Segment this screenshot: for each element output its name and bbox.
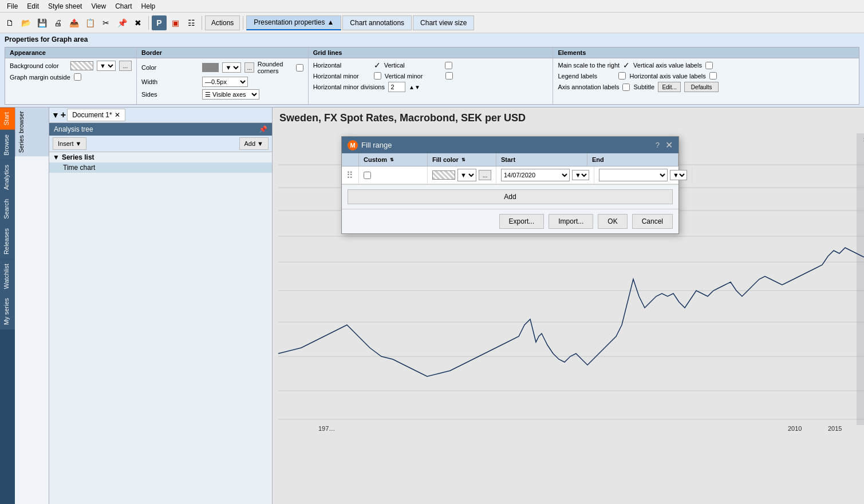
start-type-select[interactable]: ▼ bbox=[572, 170, 589, 180]
export-btn[interactable]: Export... bbox=[499, 214, 545, 229]
vertical-checkbox[interactable] bbox=[445, 62, 452, 69]
border-color-swatch[interactable] bbox=[202, 63, 219, 72]
import-btn[interactable]: Import... bbox=[549, 214, 593, 229]
legend-labels-checkbox[interactable] bbox=[618, 72, 626, 80]
tab-annotations[interactable]: Chart annotations bbox=[342, 15, 412, 30]
new-tab-btn[interactable]: + bbox=[61, 110, 66, 120]
border-width-select[interactable]: —0.5px bbox=[202, 77, 248, 87]
paste-button[interactable]: 📌 bbox=[115, 15, 129, 30]
col-start: Start bbox=[496, 153, 587, 166]
drag-handle-icon[interactable]: ⠿ bbox=[346, 170, 353, 181]
series-browser-tab[interactable]: Series browser bbox=[15, 108, 49, 156]
end-date-select[interactable] bbox=[599, 169, 668, 181]
rounded-corners-checkbox[interactable] bbox=[296, 64, 303, 72]
tab-viewsize[interactable]: Chart view size bbox=[413, 15, 474, 30]
analysis-panel: ▼ + Document 1* ✕ Analysis tree 📌 Insert… bbox=[49, 108, 273, 504]
border-sides-select[interactable]: ☰ Visible axes bbox=[202, 89, 259, 100]
horizontal-row: Horizontal ✓ Vertical bbox=[313, 61, 549, 70]
modal-table-header: Custom ⇅ Fill color ⇅ Start End bbox=[342, 153, 678, 166]
cut-button[interactable]: ✂ bbox=[98, 15, 113, 30]
modal-add-footer: Add bbox=[342, 184, 678, 209]
vert-axis-labels-checkbox[interactable] bbox=[705, 62, 713, 69]
save-button[interactable]: 💾 bbox=[34, 15, 49, 30]
analysis-pin-icon[interactable]: 📌 bbox=[259, 125, 267, 133]
vertical-minor-checkbox[interactable] bbox=[445, 72, 453, 80]
cancel-btn[interactable]: Cancel bbox=[632, 214, 673, 229]
menu-view[interactable]: View bbox=[86, 1, 111, 11]
horizontal-minor-checkbox[interactable] bbox=[374, 72, 381, 80]
border-sides-row: Sides ☰ Visible axes bbox=[141, 89, 303, 100]
border-color-row: Color ▼ ... Rounded corners bbox=[141, 61, 303, 74]
defaults-btn[interactable]: Defaults bbox=[684, 82, 719, 92]
fill-color-label: Fill color bbox=[432, 156, 459, 163]
sidebar-item-myseries[interactable]: My series bbox=[0, 293, 15, 330]
menu-stylesheet[interactable]: Style sheet bbox=[44, 1, 86, 11]
tab-menu-btn[interactable]: ▼ bbox=[52, 110, 60, 120]
bg-color-swatch[interactable] bbox=[70, 61, 93, 70]
horizontal-minor-div-input[interactable] bbox=[388, 82, 405, 92]
chart-type-btn[interactable]: ▣ bbox=[168, 15, 183, 30]
document-tab[interactable]: Document 1* ✕ bbox=[67, 109, 125, 121]
add-row-btn[interactable]: Add bbox=[348, 189, 673, 204]
ok-btn[interactable]: OK bbox=[598, 214, 627, 229]
sidebar-item-start[interactable]: Start bbox=[0, 108, 15, 130]
horizontal-minor-div-label: Horizontal minor divisions bbox=[313, 84, 385, 90]
border-color-dots-btn[interactable]: ... bbox=[244, 62, 254, 73]
start-date-select[interactable]: 14/07/2020 bbox=[501, 169, 570, 181]
border-sides-label: Sides bbox=[141, 91, 199, 98]
fill-color-select[interactable]: ▼ bbox=[457, 169, 476, 181]
table-btn[interactable]: ☷ bbox=[184, 15, 199, 30]
border-color-select[interactable]: ▼ bbox=[222, 62, 241, 73]
time-chart-item[interactable]: Time chart bbox=[49, 162, 272, 173]
insert-btn[interactable]: Insert ▼ bbox=[53, 137, 86, 150]
menu-edit[interactable]: Edit bbox=[22, 1, 44, 11]
sidebar-item-watchlist[interactable]: Watchlist bbox=[0, 259, 15, 293]
new-button[interactable]: 🗋 bbox=[2, 15, 17, 30]
elements-header: Elements bbox=[553, 47, 859, 58]
modal-close-btn[interactable]: ✕ bbox=[665, 140, 673, 150]
document-tab-close[interactable]: ✕ bbox=[115, 111, 120, 119]
bg-color-select[interactable]: ▼ bbox=[97, 61, 116, 71]
fill-color-dots-btn[interactable]: ... bbox=[479, 170, 491, 180]
graph-margin-checkbox[interactable] bbox=[74, 73, 81, 81]
document-tab-label: Document 1* bbox=[72, 111, 112, 119]
sidebar-item-browse[interactable]: Browse bbox=[0, 130, 15, 160]
actions-button[interactable]: Actions bbox=[205, 15, 240, 30]
properties-title: Properties for Graph area bbox=[5, 35, 859, 43]
custom-checkbox[interactable] bbox=[364, 172, 371, 179]
series-list-group: ▼ Series list bbox=[49, 152, 272, 162]
fill-color-sort-icon[interactable]: ⇅ bbox=[461, 157, 465, 162]
subtitle-edit-btn[interactable]: Edit... bbox=[658, 82, 681, 92]
sidebar-item-search[interactable]: Search bbox=[0, 195, 15, 224]
delete-button[interactable]: ✖ bbox=[131, 15, 145, 30]
left-nav: Start Browse Analytics Search Releases W… bbox=[0, 108, 15, 504]
print-button[interactable]: 🖨 bbox=[50, 15, 65, 30]
graph-margin-row: Graph margin outside bbox=[10, 73, 132, 81]
tab-annotations-label: Chart annotations bbox=[350, 19, 404, 27]
series-list-arrow[interactable]: ▼ bbox=[53, 153, 60, 161]
toolbar-separator-3 bbox=[243, 16, 243, 30]
menu-chart[interactable]: Chart bbox=[111, 1, 136, 11]
menu-file[interactable]: File bbox=[2, 1, 22, 11]
axis-annotation-checkbox[interactable] bbox=[622, 84, 630, 91]
modal-help-icon[interactable]: ? bbox=[656, 141, 660, 149]
bg-color-dots-btn[interactable]: ... bbox=[119, 61, 132, 71]
open-button[interactable]: 📂 bbox=[18, 15, 33, 30]
sidebar-item-releases[interactable]: Releases bbox=[0, 224, 15, 259]
horiz-axis-labels-checkbox[interactable] bbox=[709, 72, 717, 80]
fill-color-swatch[interactable] bbox=[432, 170, 455, 180]
border-width-row: Width —0.5px bbox=[141, 77, 303, 87]
start-label: Start bbox=[501, 156, 515, 163]
add-btn[interactable]: Add ▼ bbox=[239, 137, 269, 150]
tab-presentation[interactable]: Presentation properties ▲ bbox=[246, 15, 341, 30]
share-button[interactable]: 📤 bbox=[66, 15, 81, 30]
presentation-icon-btn[interactable]: P bbox=[152, 15, 167, 30]
modal-title-row: M Fill range bbox=[348, 140, 392, 150]
properties-sections: Appearance Background color ▼ ... Graph … bbox=[5, 47, 859, 105]
sidebar-item-analytics[interactable]: Analytics bbox=[0, 160, 15, 195]
main-scale-label: Main scale to the right bbox=[558, 62, 620, 69]
end-type-select[interactable]: ▼ bbox=[670, 170, 687, 180]
menu-help[interactable]: Help bbox=[137, 1, 160, 11]
custom-sort-icon[interactable]: ⇅ bbox=[390, 157, 394, 162]
copy-button[interactable]: 📋 bbox=[82, 15, 97, 30]
